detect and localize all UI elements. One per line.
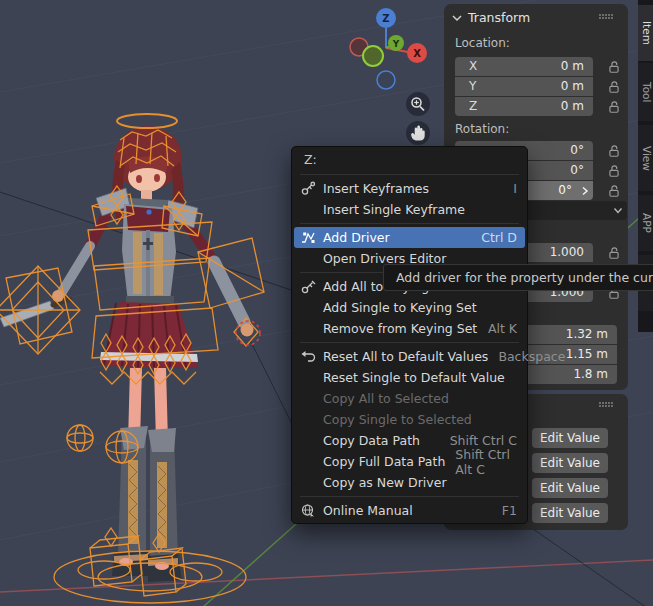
panel-drag-handle-icon[interactable] xyxy=(598,401,614,408)
rotation-label: Rotation: xyxy=(455,122,509,136)
tab-tool[interactable]: Tool xyxy=(638,63,653,121)
tooltip: Add driver for the property under the cu… xyxy=(383,264,653,291)
rotation-x-lock-icon[interactable] xyxy=(607,144,621,158)
svg-text:Y: Y xyxy=(392,39,400,49)
menu-separator xyxy=(300,342,519,343)
undo-icon xyxy=(300,349,317,364)
zoom-button[interactable] xyxy=(406,92,430,116)
menu-item-reset-single-to-default[interactable]: Reset Single to Default Value xyxy=(294,367,525,388)
edit-value-button-1[interactable]: Edit Value xyxy=(532,428,608,448)
tab-item[interactable]: Item xyxy=(638,5,653,61)
menu-item-online-manual[interactable]: Online Manual F1 xyxy=(294,500,525,521)
chevron-down-icon xyxy=(452,14,462,22)
gizmo-axis-y-negative[interactable] xyxy=(363,46,383,66)
menu-item-insert-single-keyframe[interactable]: Insert Single Keyframe xyxy=(294,199,525,220)
rotation-z-lock-icon[interactable] xyxy=(607,184,621,198)
menu-item-add-single-to-keying-set[interactable]: Add Single to Keying Set xyxy=(294,297,525,318)
menu-item-insert-keyframes[interactable]: Insert Keyframes I xyxy=(294,178,525,199)
keying-set-icon xyxy=(300,279,317,294)
menu-item-copy-all-to-selected: Copy All to Selected xyxy=(294,388,525,409)
slider-arrow-icon[interactable] xyxy=(581,181,593,200)
location-y-lock-icon[interactable] xyxy=(607,80,621,94)
location-z-lock-icon[interactable] xyxy=(607,100,621,114)
scale-x-lock-icon[interactable] xyxy=(607,246,621,260)
svg-text:Z: Z xyxy=(382,13,389,24)
view-gizmo[interactable]: Z Y X xyxy=(350,8,427,89)
location-z-field[interactable]: Z 0 m xyxy=(455,97,593,116)
gizmo-axis-y-positive[interactable]: Y xyxy=(388,35,404,51)
gizmo-axis-x-positive[interactable]: X xyxy=(407,43,427,63)
driver-icon xyxy=(300,230,317,245)
menu-separator xyxy=(300,174,519,175)
menu-separator xyxy=(300,223,519,224)
tab-app[interactable]: APP xyxy=(638,195,653,251)
location-x-field[interactable]: X 0 m xyxy=(455,57,593,76)
menu-item-add-driver[interactable]: Add Driver Ctrl D xyxy=(294,227,525,248)
panel-drag-handle-icon[interactable] xyxy=(598,13,614,20)
edit-value-button-2[interactable]: Edit Value xyxy=(532,453,608,473)
edit-value-button-3[interactable]: Edit Value xyxy=(532,478,608,498)
panel-title: Transform xyxy=(468,10,530,25)
menu-item-copy-as-new-driver[interactable]: Copy as New Driver xyxy=(294,472,525,493)
location-y-field[interactable]: Y 0 m xyxy=(455,77,593,96)
menu-item-copy-single-to-selected: Copy Single to Selected xyxy=(294,409,525,430)
tab-view[interactable]: View xyxy=(638,125,653,191)
context-menu-header: Z: xyxy=(294,149,525,171)
edit-value-button-4[interactable]: Edit Value xyxy=(532,503,608,523)
pan-button[interactable] xyxy=(406,121,430,145)
svg-text:X: X xyxy=(413,48,421,59)
gizmo-axis-z-positive[interactable]: Z xyxy=(376,8,396,28)
menu-item-remove-from-keying-set[interactable]: Remove from Keying Set Alt K xyxy=(294,318,525,339)
context-menu: Z: Insert Keyframes I Insert Single Keyf… xyxy=(291,146,528,524)
gizmo-axis-z-negative[interactable] xyxy=(377,71,395,89)
menu-item-copy-full-data-path[interactable]: Copy Full Data Path Shift Ctrl Alt C xyxy=(294,451,525,472)
transform-panel-header[interactable]: Transform xyxy=(452,10,530,25)
keyframe-insert-icon xyxy=(300,181,317,196)
globe-icon xyxy=(300,503,317,518)
chevron-down-icon xyxy=(613,205,623,216)
location-label: Location: xyxy=(455,36,510,50)
menu-item-reset-all-to-default[interactable]: Reset All to Default Values Backspace xyxy=(294,346,525,367)
menu-separator xyxy=(300,496,519,497)
location-x-lock-icon[interactable] xyxy=(607,60,621,74)
rotation-y-lock-icon[interactable] xyxy=(607,164,621,178)
blender-window: Z Y X xyxy=(0,0,653,606)
